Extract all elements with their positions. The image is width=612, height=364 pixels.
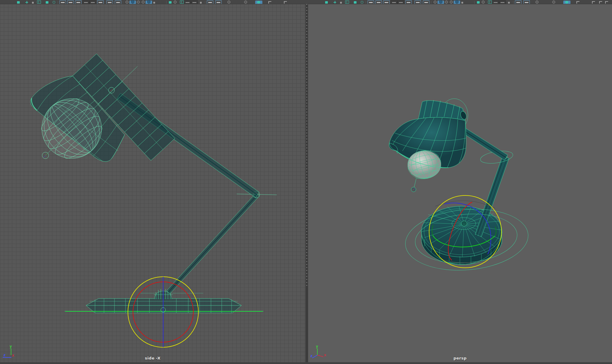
camera-lock-button[interactable] [339,1,344,4]
panel-divider[interactable] [305,4,308,364]
two-sided-lighting-button[interactable] [423,0,429,4]
panel-toolbar-persp[interactable] [308,0,612,4]
side-view-canvas[interactable] [0,4,305,364]
toolbar-gap [0,4,16,4]
resolution-gate-button[interactable] [487,1,492,4]
gamma-button[interactable] [243,1,248,4]
viewport-renderer-button[interactable] [255,1,262,4]
shaded-mode-icon [69,2,72,3]
toolbar-gap [308,4,324,4]
lamp-lower-arm-side[interactable] [167,193,259,294]
toolbar-gap [539,4,551,4]
use-default-material-button[interactable] [82,0,89,4]
textured-mode-button[interactable] [383,0,390,4]
x-ray-joints-button[interactable] [215,0,222,4]
camera-lock-button[interactable] [31,1,36,4]
axis-toggle-button[interactable] [605,1,609,4]
field-chart-button[interactable] [173,1,178,4]
panel-toolbar-side[interactable] [0,0,305,4]
gamma-button[interactable] [551,1,556,4]
safe-action-button[interactable] [191,0,198,4]
viewport-renderer-button[interactable] [563,1,570,4]
gate-mask-button[interactable] [184,0,191,4]
image-plane-button[interactable] [353,1,358,4]
shaded-mode-button[interactable] [67,0,74,4]
toolbar-gap [581,4,591,4]
viewport-persp[interactable]: y z x persp [308,4,612,364]
safe-title-button[interactable] [199,1,204,4]
two-sided-lighting-icon [424,2,428,3]
make-live-button[interactable] [454,1,460,4]
safe-action-button[interactable] [499,0,506,4]
snap-to-curves-button[interactable] [129,1,136,4]
image-plane-button[interactable] [45,1,50,4]
all-lights-button[interactable] [97,0,104,4]
x-ray-button[interactable] [515,0,521,4]
lamp-upper-arm-persp[interactable] [459,126,508,160]
snap-to-points-button[interactable] [444,1,449,4]
base-hub-persp[interactable] [461,221,467,226]
use-default-material-icon [84,2,88,3]
grid-display-button[interactable] [345,1,349,4]
snap-magnet-button[interactable] [25,1,29,4]
shadows-button[interactable] [89,0,96,4]
render-settings-button[interactable] [576,1,581,4]
make-live-button[interactable] [146,1,152,4]
textured-mode-button[interactable] [75,0,82,4]
toolbar-gap [349,4,353,4]
display-options-button[interactable] [283,1,288,4]
snap-to-projected-center-icon [142,1,145,4]
select-camera-button[interactable] [16,1,21,4]
texture-display-button[interactable] [106,0,113,4]
isolate-select-button[interactable] [168,1,173,4]
all-lights-icon [99,2,102,3]
toolbar-gap [570,4,576,4]
x-ray-button[interactable] [207,0,213,4]
exposure-button[interactable] [227,1,231,4]
two-d-pan-zoom-button[interactable] [359,1,364,4]
snap-to-grids-button[interactable] [433,1,437,4]
display-options-icon [592,1,595,4]
display-options-button[interactable] [591,1,596,4]
snap-magnet-button[interactable] [333,1,337,4]
gate-mask-button[interactable] [492,0,499,4]
snap-to-curves-button[interactable] [437,1,444,4]
shadows-button[interactable] [397,0,404,4]
two-sided-lighting-button[interactable] [115,0,121,4]
snap-to-projected-center-button[interactable] [141,1,146,4]
snap-to-grids-button[interactable] [125,1,129,4]
shaded-mode-button[interactable] [375,0,382,4]
select-camera-icon [325,1,328,4]
persp-view-canvas[interactable] [308,4,612,364]
two-d-pan-zoom-button[interactable] [51,1,56,4]
field-chart-button[interactable] [481,1,486,4]
toolbar-separator [205,1,205,4]
isolate-select-button[interactable] [476,1,481,4]
snap-to-projected-center-button[interactable] [449,1,454,4]
all-lights-button[interactable] [405,0,412,4]
grid-display-button[interactable] [36,1,41,4]
input-output-connections-button[interactable] [460,1,465,4]
toolbar-gap [273,4,283,4]
toolbar-gap [248,4,255,4]
pull-chain-persp[interactable] [411,178,416,192]
resolution-gate-button[interactable] [179,1,184,4]
render-settings-button[interactable] [268,1,273,4]
safe-title-button[interactable] [507,1,512,4]
x-ray-joints-icon [217,2,220,3]
exposure-button[interactable] [535,1,539,4]
use-default-material-icon [392,2,396,3]
wireframe-mode-button[interactable] [368,0,374,4]
viewport-side[interactable]: y z x side -X [0,4,305,364]
select-camera-button[interactable] [324,1,329,4]
wireframe-mode-button[interactable] [59,0,66,4]
use-default-material-button[interactable] [391,0,397,4]
hud-toggle-button[interactable] [599,1,603,4]
input-output-connections-button[interactable] [152,1,157,4]
axis-toggle-icon [605,1,608,4]
x-ray-joints-button[interactable] [523,0,530,4]
select-camera-icon [17,1,20,4]
two-d-pan-zoom-icon [53,1,55,4]
texture-display-button[interactable] [414,0,421,4]
snap-to-points-button[interactable] [136,1,141,4]
